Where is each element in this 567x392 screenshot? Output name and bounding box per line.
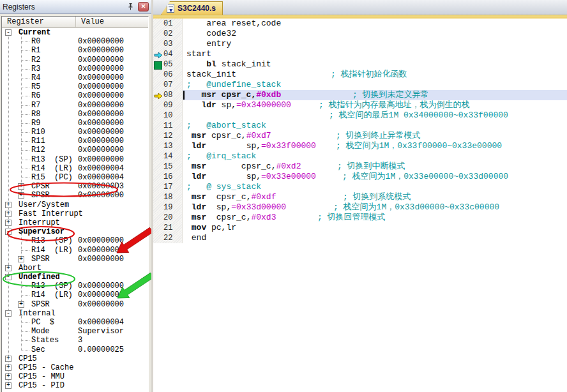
register-row-r0[interactable]: R00x00000000 bbox=[2, 37, 148, 46]
gutter[interactable]: 16 bbox=[153, 172, 183, 182]
column-header-value[interactable]: Value bbox=[76, 17, 149, 28]
code-text[interactable]: stack_init; 栈指针初始化函数 bbox=[183, 70, 567, 80]
register-row-r15-pc[interactable]: R15 (PC)0x00000004 bbox=[2, 173, 148, 182]
register-row-r13-sp[interactable]: R13 (SP)0x00000000 bbox=[2, 236, 148, 245]
register-row-r14-lr[interactable]: R14 (LR)0x00000004 bbox=[2, 246, 148, 255]
code-text[interactable]: ldr sp,=0x34000000; 栈指针为内存最高地址，栈为倒生的栈 bbox=[183, 100, 567, 110]
register-row-mode[interactable]: ModeSupervisor bbox=[2, 327, 148, 336]
pin-icon[interactable] bbox=[125, 2, 136, 11]
code-text[interactable]: msr cpsr_c,#0xd7; 切换到终止异常模式 bbox=[183, 131, 567, 141]
gutter[interactable]: 18 bbox=[153, 192, 183, 202]
tree-toggle-collapse-icon[interactable]: - bbox=[5, 229, 11, 235]
code-line-07[interactable]: 07; @undefine_stack bbox=[153, 80, 567, 90]
gutter[interactable]: 02 bbox=[153, 29, 183, 39]
code-area[interactable]: 01 area reset,code02 code3203 entry04sta… bbox=[153, 19, 567, 392]
tree-toggle-expand-icon[interactable]: + bbox=[5, 220, 11, 226]
gutter[interactable]: 20 bbox=[153, 213, 183, 223]
register-row-cp15[interactable]: +CP15 bbox=[2, 354, 148, 363]
code-line-02[interactable]: 02 code32 bbox=[153, 29, 567, 39]
gutter[interactable]: 15 bbox=[153, 162, 183, 172]
register-row-r2[interactable]: R20x00000000 bbox=[2, 56, 148, 64]
register-row-current[interactable]: -Current bbox=[2, 28, 148, 37]
register-row-fast-interrupt[interactable]: +Fast Interrupt bbox=[2, 209, 148, 218]
register-row-cpsr[interactable]: +CPSR0x000000D3 bbox=[2, 182, 148, 191]
tree-toggle-expand-icon[interactable]: + bbox=[5, 382, 11, 389]
register-row-abort[interactable]: +Abort bbox=[2, 264, 148, 273]
gutter[interactable]: 03 bbox=[153, 39, 183, 49]
code-line-13[interactable]: 13 ldr sp,=0x33f00000; 栈空间为1M，0x33f00000… bbox=[153, 141, 567, 151]
code-line-12[interactable]: 12 msr cpsr_c,#0xd7; 切换到终止异常模式 bbox=[153, 131, 567, 141]
code-line-11[interactable]: 11; @abort_stack bbox=[153, 121, 567, 131]
gutter[interactable]: 01 bbox=[153, 19, 183, 29]
register-row-pc[interactable]: PC $0x00000004 bbox=[2, 318, 148, 327]
code-text[interactable]: ; @ sys_stack bbox=[183, 182, 567, 192]
tree-toggle-collapse-icon[interactable]: - bbox=[5, 29, 11, 36]
gutter[interactable]: 22 bbox=[153, 233, 183, 243]
register-row-supervisor[interactable]: -Supervisor bbox=[2, 227, 148, 236]
register-row-r10[interactable]: R100x00000000 bbox=[2, 128, 148, 137]
code-text[interactable]: msr cpsr_c,#0xd2; 切换到中断模式 bbox=[183, 162, 567, 172]
code-text[interactable]: msr cpsr_c,#0xd3; 切换回管理模式 bbox=[183, 213, 567, 223]
register-row-cp15-pid[interactable]: +CP15 - PID bbox=[2, 381, 148, 390]
register-row-r7[interactable]: R70x00000000 bbox=[2, 101, 148, 110]
register-row-r9[interactable]: R90x00000000 bbox=[2, 119, 148, 128]
tree-toggle-expand-icon[interactable]: + bbox=[5, 356, 11, 362]
code-line-21[interactable]: 21 mov pc,lr bbox=[153, 223, 567, 233]
gutter[interactable]: 12 bbox=[153, 131, 183, 141]
code-line-14[interactable]: 14; @irq_stack bbox=[153, 151, 567, 162]
code-text[interactable]: bl stack_init bbox=[183, 59, 567, 70]
register-row-interrupt[interactable]: +Interrupt bbox=[2, 218, 148, 227]
register-row-undefined[interactable]: -Undefined bbox=[2, 273, 148, 282]
code-line-15[interactable]: 15 msr cpsr_c,#0xd2; 切换到中断模式 bbox=[153, 162, 567, 172]
code-text[interactable]: ldr sp,=0x33d00000; 栈空间为1M，0x33d00000~0x… bbox=[183, 202, 567, 213]
code-line-10[interactable]: 10; 栈空间的最后1M 0x34000000~0x33f00000 bbox=[153, 110, 567, 121]
tree-toggle-expand-icon[interactable]: + bbox=[18, 192, 24, 199]
code-line-20[interactable]: 20 msr cpsr_c,#0xd3; 切换回管理模式 bbox=[153, 213, 567, 223]
tree-toggle-collapse-icon[interactable]: - bbox=[5, 274, 11, 280]
code-line-19[interactable]: 19 ldr sp,=0x33d00000; 栈空间为1M，0x33d00000… bbox=[153, 202, 567, 213]
code-text[interactable]: ; 栈空间的最后1M 0x34000000~0x33f00000 bbox=[183, 110, 567, 121]
register-row-r1[interactable]: R10x00000000 bbox=[2, 46, 148, 55]
code-text[interactable]: msr cpsr_c,#0xdf; 切换到系统模式 bbox=[183, 192, 567, 202]
gutter[interactable]: 05 bbox=[153, 59, 183, 70]
code-text[interactable]: ; @abort_stack bbox=[183, 121, 567, 131]
register-row-user-system[interactable]: +User/System bbox=[2, 200, 148, 209]
tree-toggle-collapse-icon[interactable]: - bbox=[5, 310, 11, 317]
code-line-16[interactable]: 16 ldr sp,=0x33e00000; 栈空间为1M，0x33e00000… bbox=[153, 172, 567, 182]
gutter[interactable]: 21 bbox=[153, 223, 183, 233]
tree-toggle-expand-icon[interactable]: + bbox=[18, 301, 24, 308]
code-text[interactable]: code32 bbox=[183, 29, 567, 39]
code-line-03[interactable]: 03 entry bbox=[153, 39, 567, 49]
code-text[interactable]: ldr sp,=0x33f00000; 栈空间为1M，0x33f00000~0x… bbox=[183, 141, 567, 151]
tree-toggle-expand-icon[interactable]: + bbox=[5, 373, 11, 380]
close-icon[interactable]: ✕ bbox=[138, 2, 149, 11]
tab-s3c2440[interactable]: S3C2440.s bbox=[161, 1, 223, 15]
gutter[interactable]: 04 bbox=[153, 49, 183, 59]
code-text[interactable]: mov pc,lr bbox=[183, 223, 567, 233]
gutter[interactable]: 08 bbox=[153, 90, 183, 100]
gutter[interactable]: 10 bbox=[153, 110, 183, 121]
tree-toggle-expand-icon[interactable]: + bbox=[5, 202, 11, 208]
code-text[interactable]: area reset,code bbox=[183, 19, 567, 29]
register-row-sec[interactable]: Sec0.00000025 bbox=[2, 345, 148, 354]
register-row-r5[interactable]: R50x00000000 bbox=[2, 82, 148, 91]
register-row-r8[interactable]: R80x00000000 bbox=[2, 110, 148, 119]
register-row-spsr[interactable]: +SPSR0x00000000 bbox=[2, 300, 148, 309]
code-line-01[interactable]: 01 area reset,code bbox=[153, 19, 567, 29]
gutter[interactable]: 14 bbox=[153, 151, 183, 162]
register-row-r13-sp[interactable]: R13 (SP)0x00000000 bbox=[2, 155, 148, 164]
register-row-r4[interactable]: R40x00000000 bbox=[2, 73, 148, 82]
code-line-04[interactable]: 04start bbox=[153, 49, 567, 59]
register-row-cp15-mmu[interactable]: +CP15 - MMU bbox=[2, 372, 148, 381]
gutter[interactable]: 19 bbox=[153, 202, 183, 213]
gutter[interactable]: 06 bbox=[153, 70, 183, 80]
register-row-cp15-cache[interactable]: +CP15 - Cache bbox=[2, 363, 148, 372]
code-text[interactable]: msr cpsr_c,#0xdb; 切换到未定义异常 bbox=[183, 90, 567, 100]
tree-toggle-expand-icon[interactable]: + bbox=[5, 265, 11, 271]
code-line-17[interactable]: 17; @ sys_stack bbox=[153, 182, 567, 192]
code-line-22[interactable]: 22 end bbox=[153, 233, 567, 243]
code-line-18[interactable]: 18 msr cpsr_c,#0xdf; 切换到系统模式 bbox=[153, 192, 567, 202]
code-line-09[interactable]: 09 ldr sp,=0x34000000; 栈指针为内存最高地址，栈为倒生的栈 bbox=[153, 100, 567, 110]
register-row-r13-sp[interactable]: R13 (SP)0x00000000 bbox=[2, 282, 148, 290]
tree-toggle-expand-icon[interactable]: + bbox=[18, 183, 24, 190]
